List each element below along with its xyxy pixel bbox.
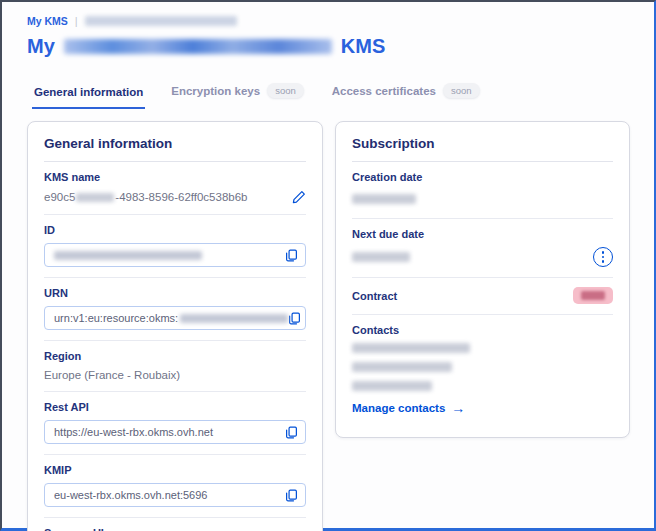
contacts-redacted-list [352,343,613,391]
contact-redacted-line [352,343,470,353]
region-value: Europe (France - Roubaix) [44,369,306,381]
copy-rest-api-button[interactable] [285,426,298,439]
tab-general-information[interactable]: General information [32,86,145,109]
edit-kms-name-button[interactable] [292,190,306,204]
field-kms-name: KMS name e90c5-4983-8596-62ff0c538b6b [44,162,306,215]
rest-api-input[interactable]: https://eu-west-rbx.okms.ovh.net [44,420,306,444]
creation-date-label: Creation date [352,171,613,183]
field-urn: URN urn:v1:eu:resource:okms: [44,278,306,341]
page-title-suffix: KMS [341,35,385,58]
field-contacts: Contacts Manage contacts → [352,315,613,425]
pencil-icon [292,190,306,204]
kebab-menu-icon [602,251,604,253]
next-due-date-label: Next due date [352,228,613,240]
id-label: ID [44,224,306,236]
tab-encryption-keys-label: Encryption keys [171,85,260,97]
swagger-ui-label: Swagger UI [44,527,306,531]
rest-api-value: https://eu-west-rbx.okms.ovh.net [54,426,213,438]
tab-bar: General information Encryption keys soon… [27,83,630,109]
field-rest-api: Rest API https://eu-west-rbx.okms.ovh.ne… [44,392,306,455]
urn-redacted-part [180,314,288,323]
copy-icon [288,312,301,325]
breadcrumb-my-kms-link[interactable]: My KMS [27,15,68,27]
rest-api-label: Rest API [44,401,306,413]
breadcrumb: My KMS | [27,14,630,28]
contract-status-badge [573,287,613,304]
next-due-date-redacted-value [352,252,410,262]
copy-urn-button[interactable] [288,312,301,325]
arrow-right-icon: → [451,401,465,415]
field-kmip: KMIP eu-west-rbx.okms.ovh.net:5696 [44,455,306,518]
kmip-input[interactable]: eu-west-rbx.okms.ovh.net:5696 [44,483,306,507]
tab-access-certificates-label: Access certificates [332,85,436,97]
manage-contacts-link[interactable]: Manage contacts [352,402,445,414]
kms-name-value: e90c5-4983-8596-62ff0c538b6b [44,191,248,203]
urn-label: URN [44,287,306,299]
general-information-card: General information KMS name e90c5-4983-… [27,121,323,531]
contacts-label: Contacts [352,324,613,336]
field-swagger-ui: Swagger UI https://swagger-eu-west-rbx.o… [44,518,306,531]
copy-id-button[interactable] [285,249,298,262]
tab-encryption-keys[interactable]: Encryption keys soon [169,83,305,109]
kmip-label: KMIP [44,464,306,476]
field-creation-date: Creation date [352,162,613,219]
contact-redacted-line [352,362,452,372]
page-title-redacted-name [64,39,332,54]
field-contract: Contract [352,278,613,315]
field-region: Region Europe (France - Roubaix) [44,341,306,392]
copy-icon [285,249,298,262]
page-title-prefix: My [27,35,55,58]
copy-icon [285,489,298,502]
id-redacted-value [54,251,202,260]
kms-name-redacted-part [76,193,114,202]
soon-badge: soon [267,83,304,98]
copy-icon [285,426,298,439]
page-title: My KMS [27,35,630,58]
breadcrumb-separator: | [75,15,78,27]
tab-general-information-label: General information [34,86,143,98]
copy-kmip-button[interactable] [285,489,298,502]
subscription-card: Subscription Creation date Next due date [335,121,630,438]
contact-redacted-line [352,381,432,391]
kms-page: My KMS | My KMS General information Encr… [0,0,656,531]
urn-input[interactable]: urn:v1:eu:resource:okms: [44,306,306,330]
field-next-due-date: Next due date [352,219,613,278]
soon-badge: soon [443,83,480,98]
id-input[interactable] [44,243,306,267]
kmip-value: eu-west-rbx.okms.ovh.net:5696 [54,489,207,501]
general-information-card-title: General information [44,136,306,162]
tab-access-certificates[interactable]: Access certificates soon [330,83,482,109]
breadcrumb-redacted-item [85,16,237,26]
kms-name-label: KMS name [44,171,306,183]
subscription-actions-button[interactable] [593,247,613,267]
contract-label: Contract [352,290,397,302]
creation-date-redacted-value [352,194,416,204]
region-label: Region [44,350,306,362]
contract-redacted-value [581,291,605,300]
subscription-card-title: Subscription [352,136,613,162]
field-id: ID [44,215,306,278]
